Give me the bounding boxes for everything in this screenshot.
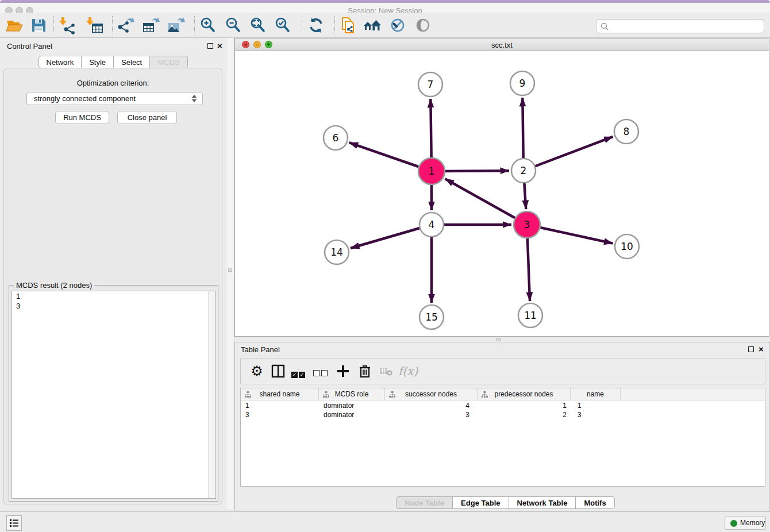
table-row[interactable]: 3dominator323 <box>241 410 765 419</box>
import-network-icon[interactable] <box>58 16 78 35</box>
zoom-out-icon[interactable] <box>224 16 243 35</box>
mcds-result-title: MCDS result (2 nodes) <box>14 281 94 290</box>
graph-node-2[interactable]: 2 <box>511 159 536 183</box>
graph-node-1[interactable]: 1 <box>418 158 445 184</box>
criterion-dropdown[interactable]: strongly connected component <box>26 92 203 105</box>
list-icon <box>7 516 21 530</box>
home-icon[interactable] <box>363 16 382 35</box>
graph-node-8[interactable]: 8 <box>614 119 638 144</box>
status-bar: Memory <box>0 511 770 532</box>
delete-column-icon[interactable] <box>356 363 375 381</box>
vertical-splitter[interactable] <box>226 38 234 509</box>
tab-select[interactable]: Select <box>114 56 150 68</box>
export-image-icon[interactable] <box>167 16 186 35</box>
refresh-icon[interactable] <box>306 16 326 35</box>
control-panel-close-icon[interactable]: × <box>217 43 222 49</box>
main-toolbar <box>0 13 770 38</box>
open-session-icon[interactable] <box>5 16 24 35</box>
column-header-predecessor-nodes[interactable]: predecessor nodes <box>478 388 571 400</box>
table-panel-float-icon[interactable] <box>748 346 754 352</box>
tab-motifs[interactable]: Motifs <box>576 496 614 509</box>
network-canvas[interactable]: 7968124314101511 <box>235 51 769 336</box>
graph-node-11[interactable]: 11 <box>518 303 542 327</box>
table-panel: Table Panel × ⚙ ✓✓ f(x) shared name <box>234 342 770 511</box>
column-header-successor-nodes[interactable]: successor nodes <box>385 388 478 400</box>
table-cell: 1 <box>571 401 621 410</box>
graph-node-6[interactable]: 6 <box>324 126 348 150</box>
network-window-titlebar[interactable]: × − + scc.txt <box>235 38 769 51</box>
graph-node-15[interactable]: 15 <box>419 305 444 329</box>
memory-status-icon <box>730 520 737 527</box>
svg-text:6: 6 <box>333 132 339 144</box>
tab-node-table[interactable]: Node Table <box>396 496 453 509</box>
zoom-in-icon[interactable] <box>198 16 218 35</box>
table-panel-close-icon[interactable]: × <box>759 346 764 353</box>
import-table-icon[interactable] <box>85 16 105 35</box>
toolbar-separator <box>112 16 113 34</box>
control-panel-title: Control Panel <box>7 42 52 51</box>
eye-icon[interactable] <box>413 16 433 35</box>
tab-network-table[interactable]: Network Table <box>509 496 576 509</box>
export-network-icon[interactable] <box>116 16 136 35</box>
window-titlebar: Session: New Session <box>0 3 770 13</box>
run-mcds-button[interactable]: Run MCDS <box>55 111 109 124</box>
toolbar-separator <box>302 16 302 34</box>
table-cell: 3 <box>241 410 319 419</box>
graph-node-14[interactable]: 14 <box>325 240 349 264</box>
table-body: 1dominator4113dominator323 <box>241 401 765 419</box>
svg-text:7: 7 <box>428 79 434 90</box>
graph-node-4[interactable]: 4 <box>419 213 444 237</box>
svg-text:11: 11 <box>524 310 537 321</box>
control-panel-float-icon[interactable] <box>207 43 213 49</box>
table-row[interactable]: 1dominator411 <box>241 401 765 410</box>
tree-icon <box>323 391 329 398</box>
horizontal-splitter-knob[interactable] <box>496 338 501 341</box>
save-session-icon[interactable] <box>29 16 48 35</box>
tab-network[interactable]: Network <box>38 56 82 68</box>
tree-icon <box>389 391 395 398</box>
paint-off-icon[interactable] <box>388 16 407 35</box>
column-header-shared-name[interactable]: shared name <box>241 388 319 400</box>
svg-text:8: 8 <box>623 126 630 137</box>
mcds-result-textarea[interactable]: 13 <box>11 291 216 499</box>
zoom-selected-icon[interactable] <box>273 16 292 35</box>
table-panel-tabs: Node Table Edge Table Network Table Moti… <box>396 496 615 509</box>
table-settings-icon[interactable]: ⚙ <box>248 363 266 381</box>
select-all-columns-icon[interactable]: ✓✓ <box>291 363 310 381</box>
columns-icon[interactable] <box>270 363 288 381</box>
dropdown-spinner-icon <box>192 95 198 103</box>
table-cell: dominator <box>319 401 385 410</box>
close-panel-button[interactable]: Close panel <box>117 111 177 124</box>
search-input[interactable] <box>596 19 764 33</box>
graph-node-3[interactable]: 3 <box>514 211 540 238</box>
mcds-result-box: MCDS result (2 nodes) 13 <box>9 285 218 502</box>
svg-text:2: 2 <box>521 165 527 176</box>
add-column-icon[interactable] <box>334 363 353 381</box>
network-view-window: × − + scc.txt 7968124314101511 <box>234 38 769 337</box>
graph-node-9[interactable]: 9 <box>510 71 534 95</box>
column-header-name[interactable]: name <box>571 388 621 400</box>
task-history-button[interactable] <box>6 515 22 531</box>
memory-button[interactable]: Memory <box>725 516 766 530</box>
table-cell: 1 <box>241 401 319 410</box>
result-scrollbar[interactable] <box>208 291 215 498</box>
graph-node-7[interactable]: 7 <box>418 72 442 97</box>
graph-edge-3-1 <box>445 179 527 225</box>
mcds-panel-body: Optimization criterion: strongly connect… <box>3 68 222 504</box>
memory-label: Memory <box>740 519 765 527</box>
export-table-icon[interactable] <box>141 16 161 35</box>
deselect-all-columns-icon[interactable] <box>313 363 332 381</box>
network-graph: 7968124314101511 <box>235 51 769 336</box>
column-header-mcds-role[interactable]: MCDS role <box>319 388 385 400</box>
graph-edge-2-8 <box>523 137 613 171</box>
table-cell: 3 <box>571 410 621 419</box>
tab-style[interactable]: Style <box>82 56 114 68</box>
delete-table-icon <box>378 363 396 381</box>
zoom-fit-icon[interactable] <box>248 16 268 35</box>
clone-network-icon[interactable] <box>338 16 358 35</box>
tab-mcds[interactable]: MCDS <box>150 56 187 68</box>
splitter-knob[interactable] <box>228 268 232 272</box>
node-table: shared name MCDS role successor nodes pr… <box>240 388 765 487</box>
graph-node-10[interactable]: 10 <box>615 234 639 259</box>
tab-edge-table[interactable]: Edge Table <box>453 496 509 509</box>
